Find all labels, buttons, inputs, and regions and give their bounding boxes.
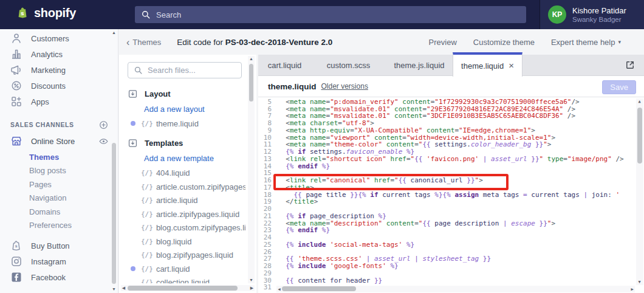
files-search-input[interactable]: Search files... [128,62,242,78]
file-item-blog-custom-zipifypages-liquid[interactable]: {/}blog.custom.zipifypages.liquid [119,221,245,235]
code-line-17[interactable]: 17▾ <title> [258,184,644,191]
header-action-expert-theme-help[interactable]: Expert theme help▾ [551,38,621,47]
code-line-13[interactable]: 13 <link rel="shortcut icon" href="{{ 'f… [258,156,644,163]
scroll-down-arrow[interactable]: ▼ [248,278,254,283]
expand-icon[interactable] [625,60,635,71]
fold-gutter [272,112,278,120]
header-action-customize-theme[interactable]: Customize theme [473,38,535,47]
sidebar-item-customers[interactable]: Customers [0,30,118,46]
open-file-dot [131,121,135,126]
file-item-article-zipifypages-liquid[interactable]: {/}article.zipifypages.liquid [119,207,245,221]
code-line-29[interactable]: 29 [258,270,644,277]
code-line-8[interactable]: 8 <meta charset="utf-8"> [258,120,644,127]
code-line-10[interactable]: 10 <meta name="viewport" content="width=… [258,134,644,142]
code-file-icon: {/} [141,224,153,232]
scroll-down-arrow[interactable]: ▼ [111,287,117,292]
code-line-15[interactable]: 15 [258,170,644,177]
code-line-18[interactable]: 18 {{ page_title }}{% if current_tags %}… [258,191,644,199]
code-line-11[interactable]: 11 <meta name="theme-color" content="{{ … [258,141,644,148]
code-line-27[interactable]: 27 {{ 'theme.scss.css' | asset_url | sty… [258,255,644,263]
code-line-24[interactable]: 24 [258,234,644,241]
tab-theme-js-liquid[interactable]: theme.js.liquid [386,55,453,75]
editor-scrollbar[interactable]: ▲ ▼ [636,98,643,285]
file-item-blog-liquid[interactable]: {/}blog.liquid [119,235,245,249]
scroll-up-arrow[interactable]: ▲ [637,99,642,104]
code-line-19[interactable]: 19 </title> [258,198,644,205]
code-line-5[interactable]: 5 <meta name="p:domain_verify" content="… [258,98,644,106]
file-panel-scrollbar[interactable]: ▲ ▼ [248,56,255,283]
file-item-blog-zipifypages-liquid[interactable]: {/}blog.zipifypages.liquid [119,249,245,263]
sidebar-item-discounts[interactable]: Discounts [0,78,118,94]
sidebar-item-buy-button[interactable]: sBuy Button [0,238,118,253]
file-item-cart-liquid[interactable]: {/}cart.liquid [119,262,245,276]
sidebar-item-instagram[interactable]: Instagram [0,253,118,269]
older-versions-link[interactable]: Older versions [321,82,368,91]
file-item-theme-liquid[interactable]: {/}theme.liquid [119,117,245,131]
sidebar-item-preferences[interactable]: Preferences [0,219,118,233]
scroll-up-arrow[interactable]: ▲ [248,57,254,61]
sidebar-item-facebook[interactable]: Facebook [0,269,118,285]
code-line-23[interactable]: 23 {% endif %} [258,227,644,234]
save-button[interactable]: Save [602,80,636,94]
tab-cart-liquid[interactable]: cart.liquid [258,55,311,75]
scroll-right-arrow[interactable]: ▶ [249,285,255,291]
code-line-12[interactable]: 12 {% if settings.favicon_enable %} [258,148,644,156]
code-line-28[interactable]: 28 {% include 'google-fonts' %} [258,263,644,270]
fold-gutter [272,198,278,205]
sidebar-item-online-store[interactable]: Online Store [0,133,118,149]
scroll-left-arrow[interactable]: ◀ [276,286,282,292]
add-link-add-a-new-layout[interactable]: Add a new layout [119,101,245,117]
code-line-30[interactable]: 30 {{ content_for_header }} [258,277,644,284]
shopify-logo[interactable]: s shopify [16,6,76,20]
file-item-404-liquid[interactable]: {/}404.liquid [119,167,245,181]
editor-hscrollbar-thumb[interactable] [282,286,356,291]
editor-scrollbar-thumb[interactable] [637,108,642,164]
line-number: 21 [258,213,272,220]
code-line-14[interactable]: 14 {% endif %} [258,163,644,170]
code-area[interactable]: 4▾<head>5 <meta name="p:domain_verify" c… [258,97,644,293]
fold-arrow-icon[interactable]: ▾ [272,184,278,191]
code-line-7[interactable]: 7 <meta name="msvalidate.01" content="3D… [258,112,644,120]
scroll-up-arrow[interactable]: ▲ [111,30,117,35]
code-line-21[interactable]: 21 {% if page_description %} [258,213,644,220]
file-section-header[interactable]: Templates [119,136,245,151]
sidebar-item-marketing[interactable]: Marketing [0,62,118,78]
file-panel-scrollbar-thumb[interactable] [249,64,253,102]
scroll-right-arrow[interactable]: ▶ [629,286,635,292]
code-line-20[interactable]: 20 [258,205,644,213]
editor-hscrollbar[interactable]: ◀ ▶ [276,286,635,292]
code-line-25[interactable]: 25 {% include 'social-meta-tags' %} [258,241,644,249]
code-line-6[interactable]: 6 <meta name="msvalidate.01" content="29… [258,106,644,113]
scroll-down-arrow[interactable]: ▼ [637,280,642,284]
close-icon[interactable]: × [509,61,514,70]
tab-custom-scss[interactable]: custom.scss [311,55,386,75]
file-section-header[interactable]: Layout [119,86,245,101]
code-line-9[interactable]: 9 <meta http-equiv="X-UA-Compatible" con… [258,127,644,134]
sidebar-item-analytics[interactable]: Analytics [0,46,118,62]
plus-circle-icon[interactable] [98,120,109,130]
file-item-article-liquid[interactable]: {/}article.liquid [119,194,245,208]
sidebar-scrollbar[interactable]: ▲ ▼ [111,30,117,292]
header-action-preview[interactable]: Preview [429,38,457,47]
file-item-collection-liquid[interactable]: {/}collection.liquid [119,276,245,284]
code-line-22[interactable]: 22 <meta name="description" content="{{ … [258,220,644,227]
search-input[interactable]: Search [135,6,526,23]
scroll-left-arrow[interactable]: ◀ [121,285,126,291]
sidebar-item-apps[interactable]: Apps [0,94,118,109]
code-line-26[interactable]: 26 [258,249,644,256]
sidebar-item-themes[interactable]: Themes [0,150,118,164]
sidebar-item-navigation[interactable]: Navigation [0,191,118,205]
eye-icon[interactable] [98,136,109,146]
back-to-themes-link[interactable]: ‹ Themes [126,38,161,47]
file-item-article-custom-zipifypages-liqu[interactable]: {/}article.custom.zipifypages.liqu [119,180,245,194]
add-link-add-a-new-template[interactable]: Add a new template [119,151,245,167]
file-panel-hscrollbar[interactable]: ◀ ▶ [121,285,255,291]
sidebar-scrollbar-thumb[interactable] [112,143,116,284]
sidebar-item-blog-posts[interactable]: Blog posts [0,164,118,178]
user-menu[interactable]: KP Kishore Patidar Swanky Badger [540,0,644,29]
code-line-16[interactable]: 16 <link rel="canonical" href="{{ canoni… [258,177,644,184]
sidebar-item-pages[interactable]: Pages [0,178,118,191]
sidebar-item-domains[interactable]: Domains [0,205,118,219]
tab-theme-liquid[interactable]: theme.liquid× [453,52,522,77]
file-panel-hscrollbar-thumb[interactable] [128,286,238,291]
